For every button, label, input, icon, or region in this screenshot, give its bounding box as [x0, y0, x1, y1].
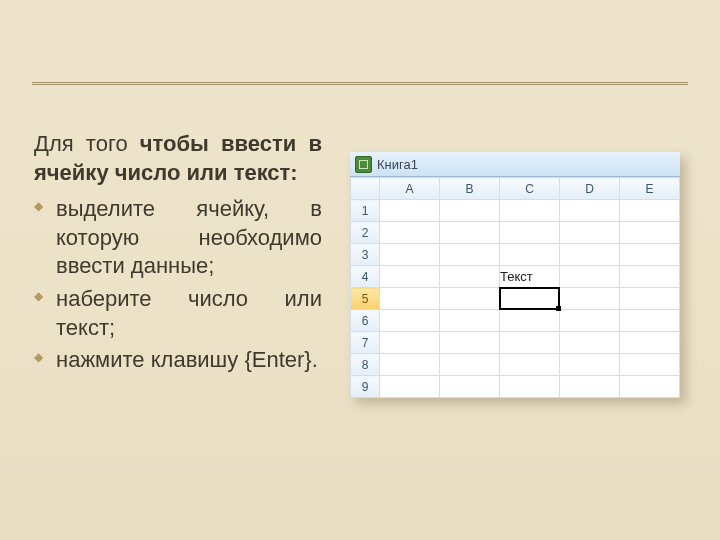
row-header[interactable]: 3: [351, 244, 380, 266]
decorative-rule: [32, 82, 688, 85]
cell[interactable]: [620, 266, 680, 288]
cell[interactable]: [380, 200, 440, 222]
bullet-item: нажмите клавишу {Enter}.: [34, 344, 322, 377]
cell[interactable]: [440, 376, 500, 398]
row-header[interactable]: 2: [351, 222, 380, 244]
cell[interactable]: [380, 354, 440, 376]
cell[interactable]: [380, 266, 440, 288]
row-header[interactable]: 6: [351, 310, 380, 332]
cell[interactable]: [620, 244, 680, 266]
select-all-corner[interactable]: [351, 178, 380, 200]
cell[interactable]: [380, 244, 440, 266]
cell[interactable]: [440, 200, 500, 222]
bullet-list: выделите ячейку, в которую необходимо вв…: [34, 193, 322, 377]
excel-icon: [355, 156, 372, 173]
row-header[interactable]: 8: [351, 354, 380, 376]
cell[interactable]: [560, 310, 620, 332]
cell[interactable]: [620, 222, 680, 244]
cell[interactable]: [620, 354, 680, 376]
cell[interactable]: [440, 288, 500, 310]
cell[interactable]: [620, 332, 680, 354]
cell[interactable]: [440, 266, 500, 288]
cell[interactable]: [440, 222, 500, 244]
column-header[interactable]: E: [620, 178, 680, 200]
cell[interactable]: [620, 200, 680, 222]
row-header[interactable]: 7: [351, 332, 380, 354]
cell[interactable]: [620, 310, 680, 332]
row-header[interactable]: 9: [351, 376, 380, 398]
bullet-item: выделите ячейку, в которую необходимо вв…: [34, 193, 322, 283]
cell[interactable]: [500, 222, 560, 244]
column-header[interactable]: A: [380, 178, 440, 200]
cell[interactable]: [440, 310, 500, 332]
excel-titlebar: Книга1: [350, 152, 680, 177]
cell[interactable]: [380, 288, 440, 310]
cell[interactable]: [560, 376, 620, 398]
cell[interactable]: [500, 310, 560, 332]
row-header[interactable]: 1: [351, 200, 380, 222]
cell[interactable]: [560, 244, 620, 266]
lead-plain: Для того: [34, 131, 140, 156]
workbook-title: Книга1: [377, 157, 418, 172]
cell[interactable]: [620, 288, 680, 310]
cell[interactable]: [560, 354, 620, 376]
excel-window: Книга1 ABCDE1234Текст56789: [350, 152, 680, 398]
cell[interactable]: [500, 332, 560, 354]
slide-text: Для того чтобы ввести в ячейку число или…: [34, 130, 322, 377]
cell[interactable]: [620, 376, 680, 398]
cell[interactable]: [500, 244, 560, 266]
cell[interactable]: [440, 354, 500, 376]
cell[interactable]: Текст: [500, 266, 560, 288]
column-header[interactable]: D: [560, 178, 620, 200]
cell[interactable]: [380, 332, 440, 354]
cell[interactable]: [560, 200, 620, 222]
cell[interactable]: [560, 222, 620, 244]
cell[interactable]: [500, 354, 560, 376]
cell[interactable]: [380, 376, 440, 398]
cell[interactable]: [560, 266, 620, 288]
column-header[interactable]: B: [440, 178, 500, 200]
cell[interactable]: [560, 288, 620, 310]
spreadsheet-grid[interactable]: ABCDE1234Текст56789: [350, 177, 680, 398]
bullet-item: наберите число или текст;: [34, 283, 322, 344]
row-header[interactable]: 4: [351, 266, 380, 288]
cell[interactable]: [500, 288, 560, 310]
row-header[interactable]: 5: [351, 288, 380, 310]
column-header[interactable]: C: [500, 178, 560, 200]
cell[interactable]: [440, 244, 500, 266]
cell[interactable]: [380, 222, 440, 244]
cell[interactable]: [440, 332, 500, 354]
selection-box: [499, 287, 560, 310]
cell[interactable]: [380, 310, 440, 332]
lead-paragraph: Для того чтобы ввести в ячейку число или…: [34, 130, 322, 187]
cell[interactable]: [500, 376, 560, 398]
cell[interactable]: [560, 332, 620, 354]
cell[interactable]: [500, 200, 560, 222]
